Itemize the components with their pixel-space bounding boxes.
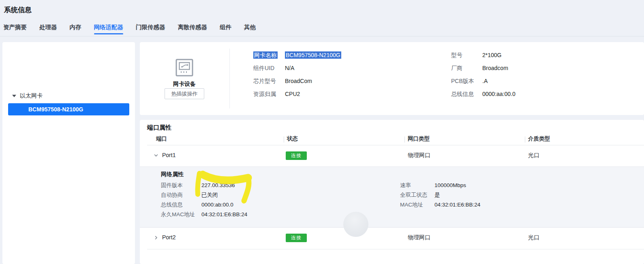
network-attributes-title: 网络属性 — [161, 171, 184, 178]
field-pcb-version: PCB版本 — [451, 77, 474, 85]
status-badge: 连接 — [286, 234, 307, 242]
hot-swap-button[interactable]: 热插拔操作 — [165, 88, 204, 99]
field-value: .A — [482, 78, 488, 84]
field-value: 227.00.33536 — [201, 182, 235, 188]
field-label: 组件UID — [253, 65, 274, 71]
field-firmware-version-value: 227.00.33536 — [201, 182, 235, 189]
field-resource-owner: 资源归属 — [253, 90, 276, 98]
field-card-name-value: BCM957508-N2100G — [285, 51, 341, 59]
field-mac-address-value: 04:32:01:E6:BB:24 — [434, 201, 480, 209]
field-label: 全双工状态 — [400, 192, 428, 198]
field-speed-value: 100000Mbps — [434, 182, 466, 189]
media-type-cell: 光口 — [528, 234, 539, 241]
field-value: 04:32:01:E6:BB:24 — [201, 211, 247, 217]
field-speed: 速率 — [400, 182, 411, 189]
tree-node-label: 以太网卡 — [20, 92, 43, 100]
field-duplex-status-value: 是 — [434, 192, 440, 199]
status-badge: 连接 — [286, 151, 307, 160]
field-model: 型号 — [451, 51, 462, 59]
floating-assistant-ball[interactable] — [343, 212, 368, 237]
media-type-cell: 光口 — [528, 152, 539, 159]
header-separator — [525, 136, 525, 143]
tab-components[interactable]: 组件 — [220, 23, 231, 36]
port-properties-title: 端口属性 — [147, 124, 171, 132]
field-value: 04:32:01:E6:BB:24 — [434, 202, 480, 208]
field-label: 芯片型号 — [253, 78, 276, 84]
tab-discrete-sensors[interactable]: 离散传感器 — [178, 23, 208, 36]
tab-divider — [0, 36, 644, 36]
caret-down-icon — [12, 95, 16, 97]
column-header-port-type: 网口类型 — [408, 135, 430, 143]
field-value: 0000:aa:00.0 — [482, 91, 516, 97]
tab-threshold-sensors[interactable]: 门限传感器 — [136, 23, 165, 36]
field-model-value: 2*100G — [482, 51, 501, 59]
field-label: 固件版本 — [161, 182, 183, 188]
table-row-port1[interactable]: Port1 连接 物理网口 光口 — [140, 145, 644, 166]
header-separator — [404, 136, 405, 143]
field-value: N/A — [285, 65, 294, 71]
tab-network-adapter[interactable]: 网络适配器 — [94, 23, 124, 36]
field-label: 网卡名称 — [253, 51, 278, 59]
field-bus-info-value: 0000:aa:00.0 — [482, 90, 516, 98]
tree-node-ethernet[interactable]: 以太网卡 — [12, 92, 43, 100]
field-component-uid-value: N/A — [285, 64, 294, 72]
network-card-summary: 网卡设备 热插拔操作 网卡名称 BCM957508-N2100G 组件UID N… — [140, 42, 644, 115]
tab-memory[interactable]: 内存 — [70, 23, 81, 36]
network-card-icon — [175, 58, 194, 78]
field-label: 总线信息 — [161, 202, 183, 208]
chevron-down-icon[interactable] — [154, 153, 158, 158]
field-card-name: 网卡名称 — [253, 51, 278, 59]
vertical-divider — [229, 49, 230, 109]
field-auto-negotiation-value: 已关闭 — [201, 192, 218, 199]
port-type-cell: 物理网口 — [408, 152, 430, 159]
field-chip-model-value: BroadCom — [285, 77, 312, 85]
field-value: 2*100G — [482, 52, 501, 58]
row-divider — [147, 249, 644, 249]
field-auto-negotiation: 自动协商 — [161, 192, 183, 199]
port-name: Port2 — [162, 234, 175, 241]
field-permanent-mac-value: 04:32:01:E6:BB:24 — [201, 211, 247, 218]
sidebar-item-bcm957508[interactable]: BCM957508-N2100G — [8, 103, 129, 115]
field-label: 总线信息 — [451, 91, 474, 97]
tab-other[interactable]: 其他 — [244, 23, 256, 36]
field-value: 已关闭 — [201, 192, 218, 198]
header-separator — [284, 136, 284, 143]
device-visual-block: 网卡设备 热插拔操作 — [140, 42, 229, 115]
field-value: BCM957508-N2100G — [285, 51, 341, 59]
field-label: 型号 — [451, 52, 462, 58]
field-label: 永久MAC地址 — [161, 211, 195, 217]
field-permanent-mac: 永久MAC地址 — [161, 211, 195, 218]
port1-expanded-detail: 网络属性 固件版本 227.00.33536 自动协商 已关闭 总线信息 000… — [140, 166, 644, 227]
field-resource-owner-value: CPU2 — [285, 90, 300, 98]
field-value: 0000:ab:00.0 — [201, 202, 233, 208]
tab-bar: 资产摘要 处理器 内存 网络适配器 门限传感器 离散传感器 组件 其他 — [3, 23, 256, 36]
column-header-media-type: 介质类型 — [528, 135, 550, 143]
chevron-right-icon[interactable] — [154, 235, 158, 240]
field-vendor-value: Broadcom — [482, 64, 508, 72]
field-label: 厂商 — [451, 65, 462, 71]
field-component-uid: 组件UID — [253, 64, 274, 72]
tab-asset-summary[interactable]: 资产摘要 — [3, 23, 27, 36]
field-label: 速率 — [400, 182, 411, 188]
field-pcb-version-value: .A — [482, 77, 488, 85]
field-port-bus-info-value: 0000:ab:00.0 — [201, 201, 233, 209]
field-mac-address: MAC地址 — [400, 201, 423, 209]
port-properties-card: 端口属性 端口 状态 网口类型 介质类型 Port1 连接 物理网口 光口 网络… — [140, 120, 644, 264]
field-label: PCB版本 — [451, 78, 474, 84]
field-duplex-status: 全双工状态 — [400, 192, 428, 199]
device-type-label: 网卡设备 — [140, 81, 229, 88]
field-port-bus-info: 总线信息 — [161, 201, 183, 209]
tab-processor[interactable]: 处理器 — [39, 23, 57, 36]
field-value: CPU2 — [285, 91, 300, 97]
field-bus-info: 总线信息 — [451, 90, 474, 98]
field-chip-model: 芯片型号 — [253, 77, 276, 85]
port-table-header: 端口 状态 网口类型 介质类型 — [140, 134, 644, 145]
column-header-port: 端口 — [156, 135, 167, 143]
field-label: 自动协商 — [161, 192, 183, 198]
table-row-port2[interactable]: Port2 连接 物理网口 光口 — [140, 228, 644, 249]
field-value: Broadcom — [482, 65, 508, 71]
field-value: 是 — [434, 192, 440, 198]
field-firmware-version: 固件版本 — [161, 182, 183, 189]
port-name: Port1 — [162, 152, 175, 158]
field-value: BroadCom — [285, 78, 312, 84]
